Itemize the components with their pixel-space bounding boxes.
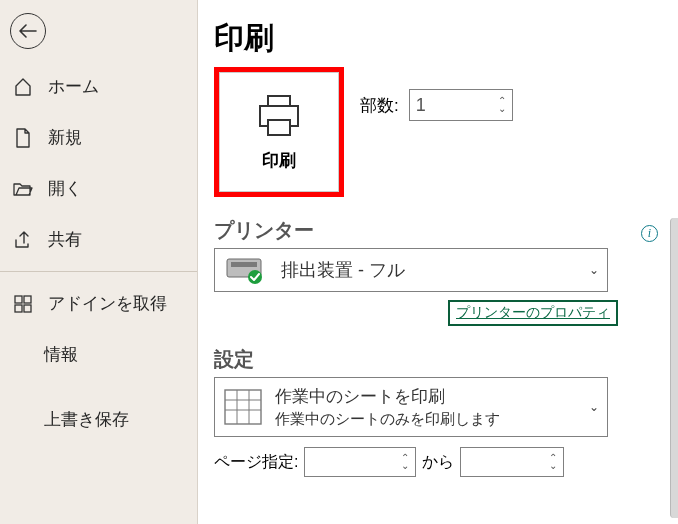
svg-rect-1	[24, 296, 31, 303]
print-scope-line2: 作業中のシートのみを印刷します	[275, 410, 500, 429]
print-scope-line1: 作業中のシートを印刷	[275, 385, 500, 408]
print-scope-select[interactable]: 作業中のシートを印刷 作業中のシートのみを印刷します ⌄	[214, 377, 608, 437]
sidebar-divider	[0, 271, 197, 272]
back-button[interactable]	[10, 13, 46, 49]
page-title: 印刷	[214, 18, 678, 59]
svg-rect-10	[225, 390, 261, 424]
preview-pane-edge	[670, 218, 678, 518]
sidebar-item-open[interactable]: 開く	[0, 163, 197, 214]
printer-info-icon[interactable]: i	[641, 225, 658, 242]
sidebar-item-label: ホーム	[48, 75, 99, 98]
worksheet-icon	[221, 386, 265, 428]
settings-section-title: 設定	[214, 346, 678, 373]
printer-properties-link[interactable]: プリンターのプロパティ	[448, 300, 618, 326]
svg-rect-0	[15, 296, 22, 303]
share-icon	[12, 230, 34, 250]
sidebar-item-save[interactable]: 上書き保存	[0, 380, 197, 445]
printer-section-title: プリンター	[214, 217, 678, 244]
pages-from-input[interactable]	[304, 447, 416, 477]
arrow-left-icon	[19, 24, 37, 38]
pages-label: ページ指定:	[214, 452, 298, 473]
print-button[interactable]: 印刷	[214, 67, 344, 197]
copies-input[interactable]: 1	[409, 89, 513, 121]
spinner-arrows-icon[interactable]	[401, 455, 409, 469]
svg-rect-8	[231, 262, 257, 267]
print-backstage-main: 印刷 印刷 部数: 1 プリンター i	[198, 0, 678, 524]
print-button-label: 印刷	[262, 149, 296, 172]
copies-label: 部数:	[360, 94, 399, 117]
printer-name: 排出装置 - フル	[281, 258, 405, 282]
sidebar-item-label: アドインを取得	[48, 292, 167, 315]
home-icon	[12, 77, 34, 97]
sidebar-item-addins[interactable]: アドインを取得	[0, 278, 197, 329]
svg-rect-6	[268, 120, 290, 135]
pages-to-label: から	[422, 452, 454, 473]
addins-icon	[12, 294, 34, 314]
svg-rect-3	[24, 305, 31, 312]
sidebar-item-home[interactable]: ホーム	[0, 61, 197, 112]
spinner-arrows-icon[interactable]	[549, 455, 557, 469]
printer-status-icon	[223, 255, 267, 285]
chevron-down-icon: ⌄	[589, 400, 599, 414]
backstage-sidebar: ホーム 新規 開く 共有 アドインを取得 情報 上書き保存	[0, 0, 198, 524]
svg-rect-2	[15, 305, 22, 312]
sidebar-item-label: 新規	[48, 126, 82, 149]
sidebar-item-share[interactable]: 共有	[0, 214, 197, 265]
printer-large-icon	[254, 93, 304, 139]
spinner-arrows-icon[interactable]	[498, 98, 506, 112]
sidebar-item-new[interactable]: 新規	[0, 112, 197, 163]
sidebar-item-info[interactable]: 情報	[0, 329, 197, 380]
chevron-down-icon: ⌄	[589, 263, 599, 277]
sidebar-item-label: 共有	[48, 228, 82, 251]
pages-to-input[interactable]	[460, 447, 564, 477]
svg-rect-4	[268, 96, 290, 106]
new-file-icon	[12, 128, 34, 148]
printer-select[interactable]: 排出装置 - フル ⌄	[214, 248, 608, 292]
sidebar-item-label: 開く	[48, 177, 82, 200]
open-folder-icon	[12, 181, 34, 197]
copies-value: 1	[416, 95, 498, 116]
